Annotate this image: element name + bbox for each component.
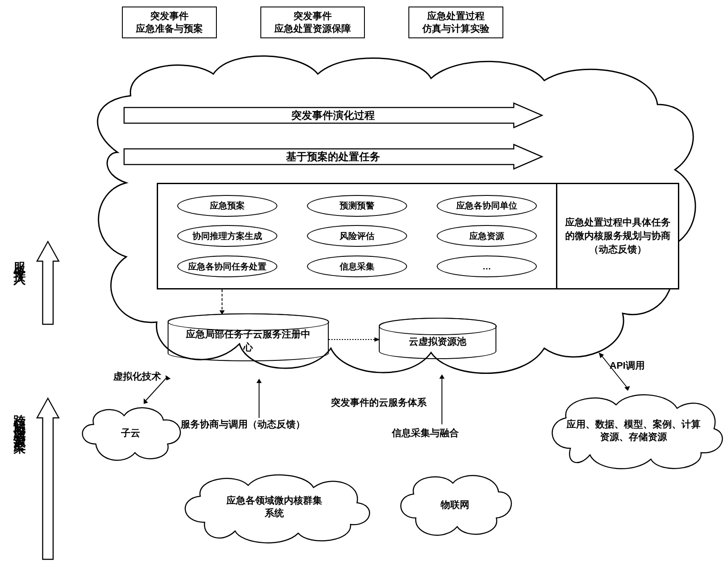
service-grid: 应急预案 预测预警 应急各协同单位 协同推理方案生成 风险评估 应急资源 应急各… bbox=[158, 184, 556, 288]
cloud-iot: 物联网 bbox=[392, 468, 518, 542]
service-units: 应急各协同单位 bbox=[437, 195, 537, 217]
svg-line-4 bbox=[146, 377, 168, 400]
task-arrow: 基于预案的处置任务 bbox=[122, 144, 544, 170]
conn-negotiate bbox=[253, 379, 266, 420]
label-service-access: 服务接入 bbox=[11, 252, 27, 266]
conn-api bbox=[597, 353, 636, 392]
arrow-cross-domain bbox=[35, 396, 61, 561]
cloud-resources: 应用、数据、模型、案例、计算资源、存储资源 bbox=[542, 387, 725, 474]
dotted-arrow bbox=[329, 335, 381, 344]
service-task-handle: 应急各协同任务处置 bbox=[177, 256, 277, 277]
svg-marker-8 bbox=[256, 379, 262, 383]
cloud-microkernel: 应急各领域微内核群集系统 bbox=[174, 468, 374, 546]
cloud-sub: 子云 bbox=[74, 400, 187, 466]
svg-line-11 bbox=[601, 355, 627, 387]
service-info-collect: 信息采集 bbox=[307, 256, 407, 277]
top-boxes-row: 突发事件 应急准备与预案 突发事件 应急处置资源保障 应急处置过程 仿真与计算实… bbox=[122, 7, 503, 38]
label-cloud-system: 突发事件的云服务体系 bbox=[331, 396, 427, 409]
service-risk: 风险评估 bbox=[307, 225, 407, 247]
evolution-arrow: 突发事件演化过程 bbox=[122, 102, 544, 128]
top-box-resource: 突发事件 应急处置资源保障 bbox=[260, 7, 365, 38]
label-negotiate: 服务协商与调用（动态反馈） bbox=[181, 418, 305, 431]
arrow-service-access bbox=[35, 239, 61, 326]
cylinder-vpool: 云虚拟资源池 bbox=[379, 318, 496, 359]
svg-marker-10 bbox=[439, 374, 445, 379]
service-reasoning: 协同推理方案生成 bbox=[177, 225, 277, 247]
svg-marker-3 bbox=[374, 337, 380, 342]
conn-info bbox=[435, 374, 448, 427]
label-info-collect: 信息采集与融合 bbox=[392, 427, 459, 440]
service-resource: 应急资源 bbox=[437, 225, 537, 247]
top-box-prep: 突发事件 应急准备与预案 bbox=[122, 7, 217, 38]
dashed-connector bbox=[218, 289, 261, 316]
service-more: … bbox=[437, 256, 537, 277]
cylinder-registry: 应急局部任务子云服务注册中心 bbox=[168, 313, 329, 361]
service-predict: 预测预警 bbox=[307, 195, 407, 217]
side-microkernel-box: 应急处置过程中具体任务的微内核服务规划与协商（动态反馈） bbox=[556, 184, 678, 288]
top-box-simulation: 应急处置过程 仿真与计算实验 bbox=[408, 7, 503, 38]
service-plan: 应急预案 bbox=[177, 195, 277, 217]
svg-marker-5 bbox=[165, 375, 171, 380]
services-panel: 应急预案 预测预警 应急各协同单位 协同推理方案生成 风险评估 应急资源 应急各… bbox=[157, 183, 679, 289]
label-cross-domain: 跨领域应急资源汇聚 bbox=[11, 405, 27, 436]
